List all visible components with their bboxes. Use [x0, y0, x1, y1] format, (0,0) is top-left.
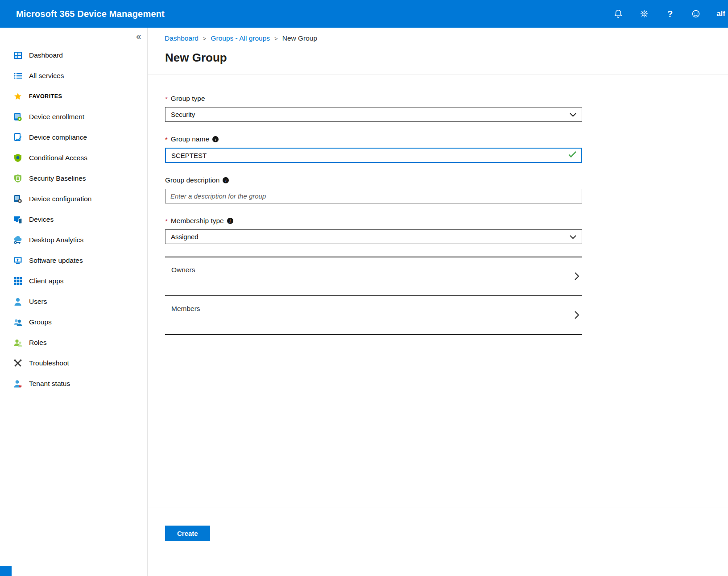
sidebar-item-groups[interactable]: Groups [0, 312, 147, 332]
sidebar-item-device-enrollment[interactable]: Device enrollment [0, 107, 147, 127]
group-name-input[interactable] [170, 151, 568, 160]
sidebar-item-conditional-access[interactable]: Conditional Access [0, 148, 147, 168]
group-name-label: * Group name i [165, 134, 582, 144]
all-services-icon [13, 71, 22, 80]
valid-check-icon [568, 151, 577, 160]
breadcrumb: Dashboard > Groups - All groups > New Gr… [165, 33, 728, 44]
sidebar-item-label: Client apps [29, 277, 64, 285]
sidebar: « Dashboard All [0, 28, 148, 576]
group-type-field: * Group type Security [165, 94, 582, 122]
top-bar: Microsoft 365 Device Management [0, 0, 728, 28]
required-marker: * [165, 95, 168, 103]
sidebar-item-label: Desktop Analytics [29, 236, 83, 244]
sidebar-item-label: Users [29, 298, 47, 306]
breadcrumb-dashboard[interactable]: Dashboard [165, 34, 199, 42]
page-title: New Group [165, 51, 728, 65]
group-description-field: Group description i [165, 175, 582, 203]
owners-label: Owners [171, 266, 195, 273]
footer-divider [148, 507, 728, 507]
members-row[interactable]: Members [165, 295, 582, 334]
dashboard-icon [13, 51, 22, 60]
breadcrumb-groups-all-groups[interactable]: Groups - All groups [211, 34, 270, 42]
owners-row[interactable]: Owners [165, 257, 582, 295]
security-baselines-icon [13, 174, 22, 183]
group-name-inputbox [165, 148, 582, 163]
sidebar-item-software-updates[interactable]: Software updates [0, 250, 147, 271]
bell-icon [614, 9, 623, 18]
group-type-value: Security [171, 111, 195, 118]
breadcrumb-current: New Group [282, 34, 317, 42]
chevron-down-icon [570, 111, 576, 118]
membership-type-value: Assigned [171, 233, 199, 240]
info-icon[interactable]: i [223, 177, 229, 183]
account-button[interactable]: alf [716, 9, 725, 18]
sidebar-collapse-button[interactable]: « [136, 31, 141, 41]
device-compliance-icon [13, 133, 22, 142]
membership-type-label: * Membership type i [165, 216, 582, 226]
sidebar-item-label: Device compliance [29, 133, 87, 141]
sidebar-item-label: Troubleshoot [29, 359, 69, 367]
corner-accent [0, 566, 12, 576]
help-icon: ? [667, 9, 673, 19]
favorites-label: FAVORITES [29, 93, 62, 99]
settings-button[interactable] [639, 8, 649, 19]
sidebar-item-label: Device enrollment [29, 113, 84, 121]
users-icon [13, 297, 22, 306]
membership-type-dropdown[interactable]: Assigned [165, 229, 582, 244]
sidebar-item-label: Groups [29, 318, 52, 326]
sidebar-item-client-apps[interactable]: Client apps [0, 271, 147, 291]
new-group-form: * Group type Security * Group name i [165, 94, 582, 335]
sidebar-item-tenant-status[interactable]: Tenant status [0, 373, 147, 394]
chevron-right-icon [574, 311, 579, 321]
sidebar-item-users[interactable]: Users [0, 291, 147, 312]
app-title: Microsoft 365 Device Management [16, 9, 165, 19]
sidebar-item-label: Tenant status [29, 380, 70, 388]
group-name-field: * Group name i [165, 134, 582, 163]
membership-type-field: * Membership type i Assigned [165, 216, 582, 244]
sidebar-item-security-baselines[interactable]: Security Baselines [0, 168, 147, 189]
device-enrollment-icon [13, 112, 22, 121]
group-type-dropdown[interactable]: Security [165, 107, 582, 122]
chevron-right-icon [574, 272, 579, 282]
topbar-actions: ? alf [613, 0, 728, 28]
devices-icon [13, 215, 22, 224]
client-apps-icon [13, 277, 22, 286]
feedback-button[interactable] [691, 8, 701, 19]
favorites-header: FAVORITES [0, 86, 147, 107]
sidebar-item-device-configuration[interactable]: Device configuration [0, 189, 147, 209]
software-updates-icon [13, 256, 22, 265]
sidebar-item-label: Software updates [29, 257, 83, 265]
sidebar-item-device-compliance[interactable]: Device compliance [0, 127, 147, 148]
breadcrumb-separator: > [274, 35, 278, 42]
sidebar-item-desktop-analytics[interactable]: Desktop Analytics [0, 230, 147, 250]
info-icon[interactable]: i [227, 218, 233, 224]
sidebar-item-troubleshoot[interactable]: Troubleshoot [0, 353, 147, 373]
group-description-label: Group description i [165, 175, 582, 185]
sidebar-item-label: Roles [29, 339, 47, 347]
relations-list: Owners Members [165, 257, 582, 335]
groups-icon [13, 318, 22, 327]
group-type-label: * Group type [165, 94, 582, 104]
help-button[interactable]: ? [665, 8, 675, 19]
smiley-icon [691, 9, 700, 18]
notifications-button[interactable] [613, 8, 624, 19]
main-content: Dashboard > Groups - All groups > New Gr… [148, 28, 728, 576]
troubleshoot-icon [13, 359, 22, 368]
sidebar-item-label: Devices [29, 215, 54, 224]
group-description-input[interactable] [165, 189, 582, 203]
sidebar-nav: Dashboard All services FAVORITES [0, 28, 147, 394]
sidebar-item-label: Device configuration [29, 195, 91, 203]
sidebar-item-all-services[interactable]: All services [0, 66, 147, 86]
sidebar-item-dashboard[interactable]: Dashboard [0, 45, 147, 66]
relations-list-end [165, 334, 582, 335]
create-button[interactable]: Create [165, 526, 210, 541]
sidebar-item-roles[interactable]: Roles [0, 332, 147, 353]
info-icon[interactable]: i [212, 136, 219, 142]
header-divider [148, 75, 728, 75]
roles-icon [13, 338, 22, 347]
sidebar-item-label: Security Baselines [29, 174, 86, 182]
required-marker: * [165, 217, 168, 225]
sidebar-item-devices[interactable]: Devices [0, 209, 147, 230]
desktop-analytics-icon [13, 236, 22, 244]
sidebar-item-label: All services [29, 72, 64, 80]
